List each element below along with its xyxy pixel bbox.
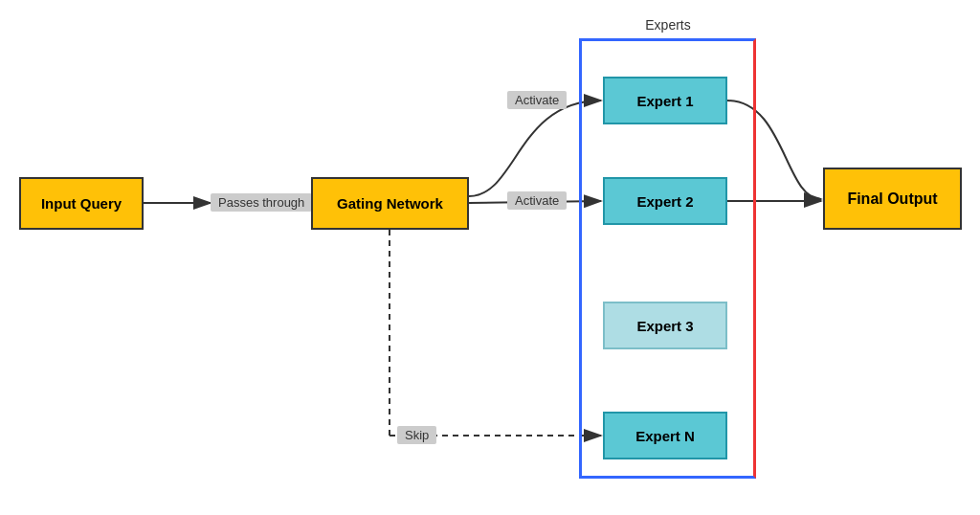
experts-title: Experts	[630, 17, 706, 33]
activate-label-2: Activate	[507, 191, 567, 210]
input-query-node: Input Query	[19, 177, 144, 230]
expert3-node: Expert 3	[603, 302, 727, 349]
passes-through-label: Passes through	[211, 193, 312, 212]
activate-label-1: Activate	[507, 91, 567, 109]
diagram-svg	[0, 0, 980, 515]
expert2-node: Expert 2	[603, 177, 727, 225]
gating-network-node: Gating Network	[311, 177, 469, 230]
diagram-container: Experts Input Query Passes through Gatin…	[0, 0, 980, 515]
expert1-node: Expert 1	[603, 77, 727, 124]
skip-label: Skip	[397, 426, 436, 444]
final-output-node: Final Output	[823, 168, 962, 230]
expertN-node: Expert N	[603, 412, 727, 459]
